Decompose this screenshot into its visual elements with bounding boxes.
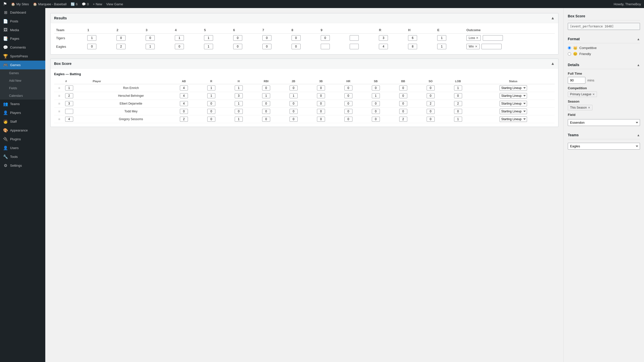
bs-lob-input-4[interactable] <box>454 117 462 122</box>
results-inning-input-1-0[interactable] <box>87 44 96 49</box>
bs-h-input-4[interactable] <box>235 117 243 122</box>
bs-drag-0[interactable]: ≡ <box>54 84 64 92</box>
sidebar-item-posts[interactable]: 📄 Posts <box>0 17 45 26</box>
my-sites-menu[interactable]: 🏠 My Sites <box>11 2 29 6</box>
bs-hr-input-4[interactable] <box>344 117 352 122</box>
drag-handle-1[interactable]: ≡ <box>58 94 60 98</box>
bs-drag-1[interactable]: ≡ <box>54 92 64 100</box>
sidebar-item-users[interactable]: 👤 Users <box>0 144 45 152</box>
results-inning-input-0-4[interactable] <box>204 35 213 41</box>
wp-logo[interactable]: ⚑ <box>3 1 7 7</box>
results-inning-input-0-7[interactable] <box>292 35 301 41</box>
bs-bb-input-0[interactable] <box>399 85 407 90</box>
bs-r-input-1[interactable] <box>207 93 215 98</box>
results-inning-input-0-0[interactable] <box>87 35 96 41</box>
bs-so-input-2[interactable] <box>427 101 435 106</box>
results-inning-input-1-7[interactable] <box>292 44 301 49</box>
format-friendly-option[interactable]: 😊 Friendly <box>568 52 640 56</box>
bs-drag-2[interactable]: ≡ <box>54 100 64 108</box>
bs-3b-input-0[interactable] <box>317 85 325 90</box>
results-inning-input-0-8[interactable] <box>321 35 330 41</box>
sidebar-item-pages[interactable]: 📑 Pages <box>0 34 45 43</box>
results-inning-input-0-6[interactable] <box>262 35 271 41</box>
drag-handle-3[interactable]: ≡ <box>58 109 60 113</box>
sync-button[interactable]: 🔄 6 <box>71 2 78 6</box>
bs-ab-input-0[interactable] <box>180 85 188 90</box>
bs-bb-input-3[interactable] <box>399 109 407 114</box>
bs-3b-input-1[interactable] <box>317 93 325 98</box>
bs-rbi-input-3[interactable] <box>262 109 270 114</box>
box-score-shortcode-input[interactable] <box>568 23 640 30</box>
user-greeting[interactable]: Howdy, ThemeBoy <box>614 2 641 6</box>
full-time-input[interactable] <box>568 77 585 84</box>
bs-3b-input-4[interactable] <box>317 117 325 122</box>
rs-format-toggle[interactable]: ▲ <box>637 37 640 41</box>
results-h-input-1[interactable] <box>408 44 417 49</box>
bs-h-input-0[interactable] <box>235 85 243 90</box>
bs-lob-input-2[interactable] <box>454 101 462 106</box>
bs-so-input-4[interactable] <box>427 117 435 122</box>
box-score-panel-toggle[interactable]: ▲ <box>551 61 555 66</box>
format-competitive-radio[interactable] <box>568 46 571 50</box>
bs-rbi-input-1[interactable] <box>262 93 270 98</box>
bs-sb-input-3[interactable] <box>372 109 380 114</box>
bs-status-select-1[interactable]: Starting LineupSubstituteBenchDid Not Pl… <box>500 93 527 99</box>
results-r-input-1[interactable] <box>379 44 388 49</box>
results-h-input-0[interactable] <box>408 35 417 41</box>
results-inning-input-1-4[interactable] <box>204 44 213 49</box>
bs-rbi-input-2[interactable] <box>262 101 270 106</box>
bs-rbi-input-4[interactable] <box>262 117 270 122</box>
bs-lob-input-0[interactable] <box>454 85 462 90</box>
bs-drag-4[interactable]: ≡ <box>54 115 64 123</box>
season-tag-remove[interactable]: ✕ <box>588 106 590 109</box>
drag-handle-4[interactable]: ≡ <box>58 117 60 121</box>
results-panel-toggle[interactable]: ▲ <box>551 16 555 20</box>
sidebar-item-calendars[interactable]: Calendars <box>0 92 45 100</box>
outcome-input-1[interactable] <box>481 44 502 49</box>
bs-2b-input-2[interactable] <box>290 101 298 106</box>
bs-sb-input-2[interactable] <box>372 101 380 106</box>
bs-2b-input-3[interactable] <box>290 109 298 114</box>
results-e-input-0[interactable] <box>437 35 446 41</box>
drag-handle-0[interactable]: ≡ <box>58 86 60 90</box>
results-inning-input-1-8[interactable] <box>321 44 330 49</box>
results-inning-input-1-5[interactable] <box>233 44 242 49</box>
sidebar-item-teams[interactable]: 👥 Teams <box>0 100 45 108</box>
rs-details-toggle[interactable]: ▲ <box>637 63 640 67</box>
sidebar-item-dashboard[interactable]: ⊞ Dashboard <box>0 8 45 17</box>
bs-number-input-4[interactable] <box>65 117 73 122</box>
bs-ab-input-1[interactable] <box>180 93 188 98</box>
bs-so-input-1[interactable] <box>427 93 435 98</box>
field-select[interactable]: Essendon <box>568 119 640 126</box>
bs-lob-input-3[interactable] <box>454 109 462 114</box>
results-inning-input-1-2[interactable] <box>146 44 155 49</box>
results-inning-input-0-9[interactable] <box>350 35 359 41</box>
bs-number-input-1[interactable] <box>65 93 73 98</box>
bs-status-select-0[interactable]: Starting LineupSubstituteBenchDid Not Pl… <box>500 85 527 91</box>
bs-hr-input-0[interactable] <box>344 85 352 90</box>
results-inning-input-1-1[interactable] <box>116 44 126 49</box>
results-inning-input-0-2[interactable] <box>146 35 155 41</box>
bs-so-input-3[interactable] <box>427 109 435 114</box>
bs-rbi-input-0[interactable] <box>262 85 270 90</box>
bs-hr-input-1[interactable] <box>344 93 352 98</box>
bs-bb-input-1[interactable] <box>399 93 407 98</box>
format-competitive-option[interactable]: 👑 Competitive <box>568 46 640 50</box>
sidebar-item-media[interactable]: 🖼 Media <box>0 26 45 34</box>
results-inning-input-1-6[interactable] <box>262 44 271 49</box>
sidebar-item-players[interactable]: 👤 Players <box>0 108 45 117</box>
bs-ab-input-4[interactable] <box>180 117 188 122</box>
bs-r-input-3[interactable] <box>207 109 215 114</box>
outcome-remove-0[interactable]: ✕ <box>476 36 478 40</box>
bs-number-input-3[interactable] <box>65 109 73 114</box>
bs-bb-input-2[interactable] <box>399 101 407 106</box>
sidebar-item-comments[interactable]: 💬 Comments <box>0 43 45 52</box>
format-friendly-radio[interactable] <box>568 52 571 56</box>
bs-drag-3[interactable]: ≡ <box>54 108 64 115</box>
competition-tag-remove[interactable]: ✕ <box>592 93 595 96</box>
rs-teams-toggle[interactable]: ▲ <box>637 133 640 137</box>
bs-h-input-3[interactable] <box>235 109 243 114</box>
view-game-link[interactable]: View Game <box>106 2 123 6</box>
bs-h-input-1[interactable] <box>235 93 243 98</box>
teams-select[interactable]: Eagles <box>568 143 640 150</box>
